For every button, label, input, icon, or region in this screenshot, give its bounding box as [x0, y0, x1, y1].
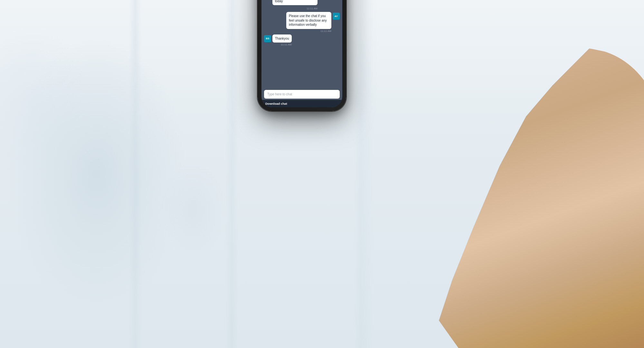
- message-col-2: Hi Thank you for seeing me today 11:11 A…: [272, 0, 317, 10]
- avatar-ay-2: AY: [333, 13, 340, 20]
- chat-input-placeholder: Type here to chat: [267, 92, 292, 96]
- bubble-thankyou: Thankyou: [272, 34, 292, 43]
- messages-area: AY hello 11:08 AM BS Hi Thank you for se…: [261, 0, 342, 89]
- chat-input[interactable]: Type here to chat: [264, 90, 340, 99]
- bubble-please-use: Please use the chat if you feel unsafe t…: [286, 12, 331, 29]
- phone: Welcome to the call chat. You can share …: [258, 0, 346, 111]
- msg-time-2: 11:11 AM: [272, 7, 317, 10]
- msg-time-3: 11:11 AM: [286, 30, 331, 33]
- chat-app: Welcome to the call chat. You can share …: [261, 0, 342, 107]
- message-col-3: Please use the chat if you feel unsafe t…: [286, 12, 331, 33]
- message-col-4: Thankyou 11:11 AM: [272, 34, 292, 46]
- download-chat-button[interactable]: Download chat: [261, 100, 342, 107]
- message-row-4: BS Thankyou 11:11 AM: [264, 34, 340, 46]
- phone-screen: Welcome to the call chat. You can share …: [261, 0, 342, 107]
- avatar-bs-2: BS: [264, 35, 271, 42]
- download-chat-label: Download chat: [265, 102, 287, 105]
- message-row-2: BS Hi Thank you for seeing me today 11:1…: [264, 0, 340, 10]
- msg-time-4: 11:11 AM: [272, 43, 292, 46]
- bubble-thankyou-seeing: Thank you for seeing me today: [272, 0, 317, 5]
- message-row-3: AY Please use the chat if you feel unsaf…: [264, 12, 340, 33]
